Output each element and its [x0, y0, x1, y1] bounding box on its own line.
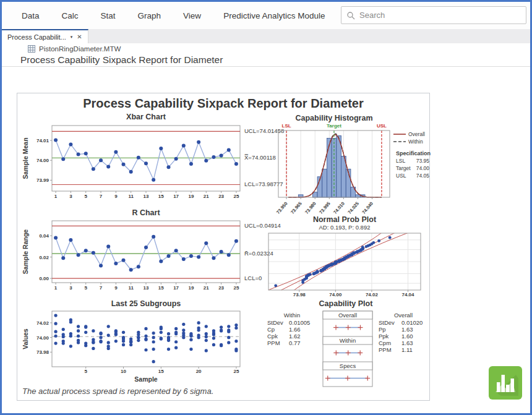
svg-text:StDev: StDev — [379, 319, 395, 326]
svg-text:5: 5 — [84, 285, 87, 291]
svg-text:Pp: Pp — [379, 326, 386, 333]
svg-text:73.98: 73.98 — [36, 349, 49, 355]
capability-histogram: Capability HistogramLSLTargetUSL73.95073… — [261, 112, 431, 217]
search-input[interactable] — [359, 11, 521, 20]
svg-text:StDev: StDev — [267, 319, 283, 326]
app-window: Data Calc Stat Graph View Predictive Ana… — [0, 0, 532, 415]
svg-text:USL: USL — [396, 173, 406, 179]
svg-text:USL: USL — [377, 123, 387, 129]
svg-text:R Chart: R Chart — [132, 208, 160, 217]
svg-text:73.98: 73.98 — [293, 292, 306, 297]
svg-text:73.99: 73.99 — [36, 178, 49, 183]
svg-text:15: 15 — [158, 194, 164, 199]
tab-bar: Process Capabilit... ▾ ✕ — [2, 29, 530, 43]
svg-text:13: 13 — [144, 285, 149, 291]
search-icon — [346, 11, 355, 20]
svg-text:1.11: 1.11 — [401, 346, 413, 353]
menu-bar: Data Calc Stat Graph View Predictive Ana… — [2, 2, 530, 29]
svg-text:17: 17 — [173, 285, 179, 291]
svg-text:25: 25 — [233, 194, 239, 199]
svg-text:11: 11 — [128, 194, 134, 199]
svg-text:9: 9 — [114, 285, 118, 291]
svg-text:19: 19 — [189, 194, 194, 199]
svg-text:3: 3 — [69, 285, 72, 291]
svg-text:PPM: PPM — [379, 346, 392, 353]
svg-text:73.995: 73.995 — [318, 201, 332, 215]
menu-view[interactable]: View — [183, 11, 201, 20]
svg-text:25: 25 — [233, 369, 239, 374]
svg-text:74.00: 74.00 — [36, 335, 49, 341]
minitab-logo-icon — [489, 366, 522, 400]
output-title: Process Capability Sixpack Report for Di… — [20, 54, 223, 66]
capability-plot: Capability PlotOverallWithinSpecsWithinS… — [261, 299, 431, 389]
svg-text:Capability Histogram: Capability Histogram — [295, 114, 372, 122]
svg-text:Normal Prob Plot: Normal Prob Plot — [313, 215, 377, 224]
svg-text:15: 15 — [158, 369, 164, 374]
svg-text:Values: Values — [22, 328, 29, 349]
divider — [2, 66, 530, 67]
svg-text:Sample Range: Sample Range — [22, 229, 29, 275]
menu-stat[interactable]: Stat — [101, 11, 116, 20]
svg-text:Target: Target — [396, 165, 411, 171]
svg-text:10: 10 — [121, 369, 126, 374]
svg-text:1.66: 1.66 — [289, 326, 301, 333]
svg-text:Cpm: Cpm — [379, 340, 391, 346]
svg-text:73.95: 73.95 — [416, 158, 430, 164]
svg-text:AD: 0.193, P: 0.892: AD: 0.193, P: 0.892 — [319, 224, 371, 231]
svg-text:74.02: 74.02 — [36, 320, 49, 326]
svg-text:0.00: 0.00 — [39, 276, 49, 281]
svg-text:Cp: Cp — [267, 326, 275, 333]
svg-text:Sample Mean: Sample Mean — [22, 137, 29, 179]
normal-prob-plot: Normal Prob PlotAD: 0.193, P: 0.89273.98… — [261, 215, 431, 299]
tab-label: Process Capabilit... — [7, 33, 66, 41]
svg-text:23: 23 — [218, 194, 224, 199]
svg-text:5: 5 — [84, 369, 87, 374]
svg-text:1.63: 1.63 — [401, 340, 413, 346]
svg-text:74.040: 74.040 — [361, 201, 374, 215]
svg-text:73.980: 73.980 — [304, 201, 317, 215]
svg-text:Specs: Specs — [340, 362, 356, 369]
svg-text:74.00: 74.00 — [36, 158, 49, 163]
svg-text:0.04: 0.04 — [39, 233, 49, 239]
tab-close-icon[interactable]: ✕ — [77, 33, 82, 40]
svg-text:23: 23 — [218, 285, 224, 291]
svg-text:5: 5 — [84, 194, 87, 199]
svg-text:9: 9 — [114, 194, 118, 199]
svg-text:0.01005: 0.01005 — [289, 319, 310, 326]
svg-text:Sample: Sample — [134, 375, 158, 383]
tab-process-capability[interactable]: Process Capabilit... ▾ ✕ — [2, 29, 88, 43]
svg-text:PPM: PPM — [267, 340, 280, 346]
svg-text:21: 21 — [204, 285, 209, 291]
svg-text:1.60: 1.60 — [401, 333, 413, 340]
svg-text:19: 19 — [189, 285, 194, 291]
svg-text:21: 21 — [204, 194, 209, 199]
worksheet-link[interactable]: PistonRingDiameter.MTW — [28, 45, 121, 53]
svg-text:11: 11 — [128, 285, 134, 291]
svg-text:Within: Within — [408, 139, 423, 145]
svg-text:Overall: Overall — [338, 312, 357, 319]
svg-text:74.010: 74.010 — [332, 201, 346, 215]
svg-text:0.01020: 0.01020 — [401, 319, 423, 326]
svg-text:1: 1 — [54, 194, 58, 199]
menu-graph[interactable]: Graph — [138, 11, 161, 20]
svg-text:74.04: 74.04 — [401, 292, 414, 297]
svg-text:Overall: Overall — [408, 131, 425, 137]
svg-text:Ppk: Ppk — [379, 333, 389, 340]
svg-text:0.02: 0.02 — [39, 255, 49, 260]
tab-dropdown-icon[interactable]: ▾ — [71, 35, 73, 40]
menu-data[interactable]: Data — [22, 11, 40, 20]
report-footnote: The actual process spread is represented… — [22, 387, 213, 396]
menu-predictive-analytics-module[interactable]: Predictive Analytics Module — [223, 11, 325, 20]
svg-text:Cpk: Cpk — [267, 333, 278, 340]
svg-text:Last 25 Subgroups: Last 25 Subgroups — [111, 300, 181, 308]
menu-calc[interactable]: Calc — [62, 11, 79, 20]
svg-text:Overall: Overall — [394, 312, 413, 319]
svg-text:Within: Within — [284, 312, 300, 319]
search-box[interactable] — [341, 6, 526, 24]
report-panel[interactable]: Process Capability Sixpack Report for Di… — [17, 93, 430, 401]
svg-text:Xbar Chart: Xbar Chart — [126, 113, 166, 121]
svg-text:15: 15 — [158, 285, 164, 291]
svg-text:7: 7 — [100, 285, 103, 291]
svg-text:25: 25 — [233, 285, 239, 291]
svg-text:LCL=0: LCL=0 — [244, 275, 262, 281]
